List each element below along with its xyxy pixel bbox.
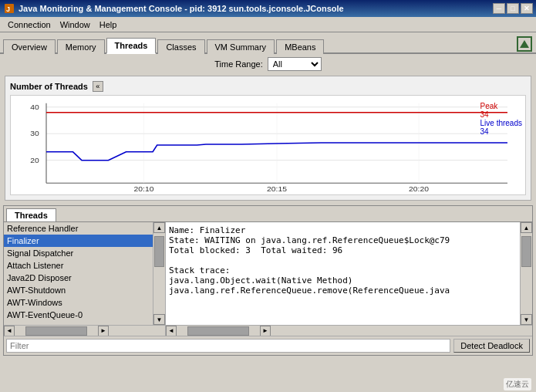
- tab-mbeans[interactable]: MBeans: [276, 39, 324, 54]
- chart-legend: Peak 34 Live threads 34: [480, 102, 522, 136]
- minimize-button[interactable]: ─: [493, 3, 505, 14]
- main-tab-bar: Overview Memory Threads Classes VM Summa…: [0, 32, 536, 54]
- bottom-controls: Detect Deadlock: [4, 336, 532, 355]
- detail-vscroll-up[interactable]: ▲: [521, 222, 532, 233]
- thread-item-2[interactable]: Signal Dispatcher: [4, 247, 153, 259]
- vscroll-up-arrow[interactable]: ▲: [153, 222, 165, 233]
- svg-text:40: 40: [30, 103, 39, 110]
- tab-threads[interactable]: Threads: [106, 38, 157, 54]
- svg-text:20:10: 20:10: [134, 185, 154, 193]
- detail-hscroll-thumb[interactable]: [187, 326, 249, 336]
- close-button[interactable]: ✕: [521, 3, 533, 14]
- menu-help[interactable]: Help: [95, 19, 122, 31]
- chart-svg: 40 30 20 20:10 20:15 20:20: [11, 96, 525, 194]
- detail-vscroll-down[interactable]: ▼: [521, 314, 532, 325]
- thread-item-6[interactable]: AWT-Windows: [4, 296, 153, 309]
- detect-deadlock-button[interactable]: Detect Deadlock: [453, 339, 530, 353]
- bottom-panel: Threads Reference Handler Finalizer Sign…: [3, 205, 533, 356]
- svg-text:J: J: [6, 5, 10, 13]
- svg-text:20: 20: [30, 156, 39, 164]
- vscroll-thumb[interactable]: [154, 236, 164, 267]
- thread-item-5[interactable]: AWT-Shutdown: [4, 284, 153, 296]
- detail-scroll-inner: Name: Finalizer State: WAITING on java.l…: [166, 222, 532, 325]
- legend-live-label: Live threads 34: [480, 119, 522, 136]
- detail-vscroll-thumb[interactable]: [521, 236, 531, 267]
- bottom-tab-threads[interactable]: Threads: [6, 208, 56, 221]
- filter-input[interactable]: [6, 339, 450, 353]
- detail-hscroll: ◄ ►: [166, 325, 532, 336]
- bottom-content: Reference Handler Finalizer Signal Dispa…: [4, 222, 532, 336]
- tab-classes[interactable]: Classes: [157, 39, 204, 54]
- svg-text:30: 30: [30, 130, 39, 137]
- maximize-button[interactable]: □: [507, 3, 519, 14]
- thread-list-vscroll[interactable]: ▲ ▼: [153, 222, 165, 325]
- time-range-row: Time Range: All 1 min 5 min 30 min 1 hou…: [0, 54, 536, 76]
- detail-vscroll-thumb-area: [521, 233, 532, 314]
- chart-title-row: Number of Threads «: [10, 81, 526, 92]
- detail-hscroll-left[interactable]: ◄: [166, 326, 177, 336]
- thread-item-4[interactable]: Java2D Disposer: [4, 272, 153, 284]
- chart-section: Number of Threads « 40 30 20 20:10 20:15…: [5, 76, 531, 201]
- collapse-button[interactable]: «: [93, 81, 103, 92]
- detail-vscroll[interactable]: ▲ ▼: [520, 222, 532, 325]
- thread-item-0[interactable]: Reference Handler: [4, 222, 153, 235]
- menu-bar: Connection Window Help: [0, 17, 536, 32]
- thread-item-1[interactable]: Finalizer: [4, 235, 153, 247]
- vscroll-thumb-area: [153, 233, 165, 314]
- thread-list-panel: Reference Handler Finalizer Signal Dispa…: [4, 222, 166, 336]
- chart-container: 40 30 20 20:10 20:15 20:20 Peak 34 Live …: [10, 95, 526, 195]
- legend-peak-label: Peak 34: [480, 102, 522, 119]
- title-bar: J Java Monitoring & Management Console -…: [0, 0, 536, 17]
- thread-list-hscroll: ◄ ►: [4, 325, 165, 336]
- thread-list-scroll: Reference Handler Finalizer Signal Dispa…: [4, 222, 153, 325]
- detail-panel: Name: Finalizer State: WAITING on java.l…: [166, 222, 532, 336]
- vscroll-down-arrow[interactable]: ▼: [153, 314, 165, 325]
- window-controls: ─ □ ✕: [493, 3, 533, 14]
- thread-detail-text: Name: Finalizer State: WAITING on java.l…: [166, 222, 520, 325]
- time-range-select[interactable]: All 1 min 5 min 30 min 1 hour: [268, 57, 322, 71]
- svg-text:20:20: 20:20: [409, 185, 429, 193]
- svg-text:20:15: 20:15: [267, 185, 287, 193]
- thread-list-inner: Reference Handler Finalizer Signal Dispa…: [4, 222, 165, 325]
- thread-item-7[interactable]: AWT-EventQueue-0: [4, 309, 153, 321]
- hscroll-thumb[interactable]: [25, 326, 87, 336]
- watermark: 亿速云: [504, 378, 531, 390]
- chart-title: Number of Threads: [10, 82, 88, 91]
- bottom-tab-bar: Threads: [4, 206, 532, 222]
- window-title: Java Monitoring & Management Console - p…: [19, 4, 493, 13]
- menu-window[interactable]: Window: [56, 19, 95, 31]
- time-range-label: Time Range:: [214, 59, 263, 69]
- app-icon: J: [3, 2, 15, 15]
- menu-connection[interactable]: Connection: [3, 19, 56, 31]
- hscroll-left-arrow[interactable]: ◄: [4, 326, 15, 336]
- detail-hscroll-right[interactable]: ►: [260, 326, 271, 336]
- hscroll-right-arrow[interactable]: ►: [98, 326, 109, 336]
- tab-bar-right-icon: [516, 35, 533, 52]
- tab-vm-summary[interactable]: VM Summary: [207, 39, 275, 54]
- thread-item-3[interactable]: Attach Listener: [4, 259, 153, 272]
- tab-overview[interactable]: Overview: [3, 39, 56, 54]
- tab-memory[interactable]: Memory: [57, 39, 105, 54]
